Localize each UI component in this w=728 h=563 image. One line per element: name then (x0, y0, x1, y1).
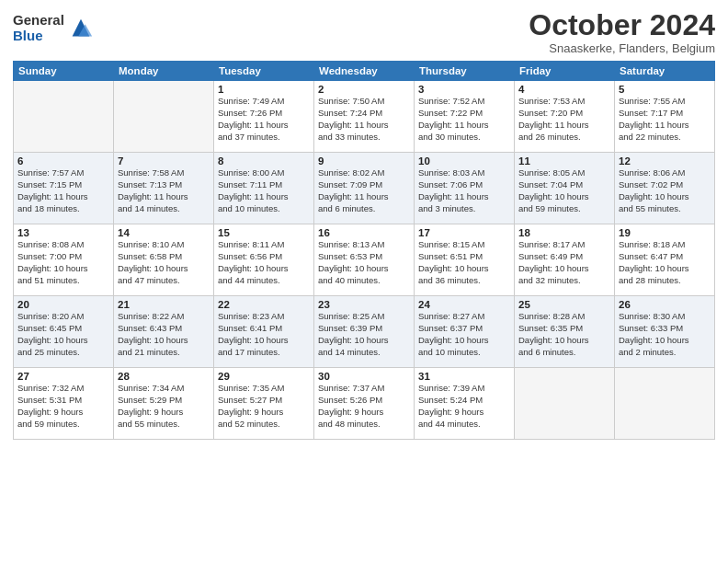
calendar-cell: 28Sunrise: 7:34 AM Sunset: 5:29 PM Dayli… (114, 368, 214, 440)
calendar-cell: 5Sunrise: 7:55 AM Sunset: 7:17 PM Daylig… (615, 81, 715, 153)
day-number: 9 (318, 155, 410, 167)
day-number: 27 (17, 371, 109, 382)
day-info: Sunrise: 8:30 AM Sunset: 6:33 PM Dayligh… (619, 311, 711, 358)
day-info: Sunrise: 8:02 AM Sunset: 7:09 PM Dayligh… (318, 167, 410, 214)
calendar-cell: 30Sunrise: 7:37 AM Sunset: 5:26 PM Dayli… (314, 368, 415, 440)
day-info: Sunrise: 8:13 AM Sunset: 6:53 PM Dayligh… (318, 239, 410, 286)
calendar-cell: 15Sunrise: 8:11 AM Sunset: 6:56 PM Dayli… (214, 224, 314, 296)
day-number: 31 (418, 371, 510, 382)
calendar-cell: 4Sunrise: 7:53 AM Sunset: 7:20 PM Daylig… (515, 81, 615, 153)
calendar-cell: 6Sunrise: 7:57 AM Sunset: 7:15 PM Daylig… (14, 153, 114, 224)
calendar-cell: 3Sunrise: 7:52 AM Sunset: 7:22 PM Daylig… (415, 81, 515, 153)
header-row: SundayMondayTuesdayWednesdayThursdayFrid… (14, 62, 715, 81)
day-info: Sunrise: 8:18 AM Sunset: 6:47 PM Dayligh… (619, 239, 711, 286)
calendar-cell: 16Sunrise: 8:13 AM Sunset: 6:53 PM Dayli… (314, 224, 415, 296)
day-number: 2 (318, 84, 410, 95)
calendar-cell: 27Sunrise: 7:32 AM Sunset: 5:31 PM Dayli… (14, 368, 114, 440)
col-header-monday: Monday (114, 62, 214, 81)
day-number: 29 (218, 371, 310, 382)
calendar-cell: 10Sunrise: 8:03 AM Sunset: 7:06 PM Dayli… (415, 153, 515, 224)
day-info: Sunrise: 8:08 AM Sunset: 7:00 PM Dayligh… (17, 239, 109, 286)
day-number: 28 (118, 371, 210, 382)
day-number: 21 (118, 299, 210, 310)
day-number: 4 (518, 84, 610, 95)
day-info: Sunrise: 8:17 AM Sunset: 6:49 PM Dayligh… (518, 239, 610, 286)
calendar-cell: 25Sunrise: 8:28 AM Sunset: 6:35 PM Dayli… (515, 296, 615, 368)
calendar-page: General Blue October 2024 Snaaskerke, Fl… (0, 0, 728, 563)
day-info: Sunrise: 7:35 AM Sunset: 5:27 PM Dayligh… (218, 383, 310, 430)
day-info: Sunrise: 7:57 AM Sunset: 7:15 PM Dayligh… (17, 167, 109, 214)
day-info: Sunrise: 7:52 AM Sunset: 7:22 PM Dayligh… (418, 96, 510, 143)
week-row-2: 6Sunrise: 7:57 AM Sunset: 7:15 PM Daylig… (14, 153, 715, 224)
calendar-cell: 26Sunrise: 8:30 AM Sunset: 6:33 PM Dayli… (615, 296, 715, 368)
calendar-cell (14, 81, 114, 153)
day-info: Sunrise: 8:28 AM Sunset: 6:35 PM Dayligh… (518, 311, 610, 358)
calendar-cell: 2Sunrise: 7:50 AM Sunset: 7:24 PM Daylig… (314, 81, 415, 153)
day-info: Sunrise: 8:15 AM Sunset: 6:51 PM Dayligh… (418, 239, 510, 286)
calendar-cell: 17Sunrise: 8:15 AM Sunset: 6:51 PM Dayli… (415, 224, 515, 296)
week-row-1: 1Sunrise: 7:49 AM Sunset: 7:26 PM Daylig… (14, 81, 715, 153)
day-info: Sunrise: 8:03 AM Sunset: 7:06 PM Dayligh… (418, 167, 510, 214)
day-number: 18 (518, 227, 610, 238)
logo-blue-text: Blue (13, 29, 64, 44)
day-number: 25 (518, 299, 610, 310)
day-number: 13 (17, 227, 109, 238)
day-number: 3 (418, 84, 510, 95)
calendar-cell (515, 368, 615, 440)
day-info: Sunrise: 8:25 AM Sunset: 6:39 PM Dayligh… (318, 311, 410, 358)
day-number: 14 (118, 227, 210, 238)
calendar-cell: 12Sunrise: 8:06 AM Sunset: 7:02 PM Dayli… (615, 153, 715, 224)
day-info: Sunrise: 7:55 AM Sunset: 7:17 PM Dayligh… (619, 96, 711, 143)
day-info: Sunrise: 8:10 AM Sunset: 6:58 PM Dayligh… (118, 239, 210, 286)
calendar-cell: 23Sunrise: 8:25 AM Sunset: 6:39 PM Dayli… (314, 296, 415, 368)
calendar-cell: 24Sunrise: 8:27 AM Sunset: 6:37 PM Dayli… (415, 296, 515, 368)
day-number: 19 (619, 227, 711, 238)
logo-general-text: General (13, 13, 64, 29)
calendar-cell: 19Sunrise: 8:18 AM Sunset: 6:47 PM Dayli… (615, 224, 715, 296)
day-info: Sunrise: 7:53 AM Sunset: 7:20 PM Dayligh… (518, 96, 610, 143)
day-info: Sunrise: 8:27 AM Sunset: 6:37 PM Dayligh… (418, 311, 510, 358)
day-number: 6 (17, 155, 109, 167)
week-row-4: 20Sunrise: 8:20 AM Sunset: 6:45 PM Dayli… (14, 296, 715, 368)
calendar-cell: 11Sunrise: 8:05 AM Sunset: 7:04 PM Dayli… (515, 153, 615, 224)
col-header-wednesday: Wednesday (314, 62, 415, 81)
day-info: Sunrise: 8:22 AM Sunset: 6:43 PM Dayligh… (118, 311, 210, 358)
day-number: 8 (218, 155, 310, 167)
day-info: Sunrise: 7:58 AM Sunset: 7:13 PM Dayligh… (118, 167, 210, 214)
calendar-cell: 7Sunrise: 7:58 AM Sunset: 7:13 PM Daylig… (114, 153, 214, 224)
calendar-cell: 8Sunrise: 8:00 AM Sunset: 7:11 PM Daylig… (214, 153, 314, 224)
title-area: October 2024 Snaaskerke, Flanders, Belgi… (529, 9, 715, 55)
day-number: 15 (218, 227, 310, 238)
day-info: Sunrise: 7:32 AM Sunset: 5:31 PM Dayligh… (17, 383, 109, 430)
calendar-cell (615, 368, 715, 440)
day-number: 17 (418, 227, 510, 238)
logo-icon (68, 16, 94, 41)
day-number: 11 (518, 155, 610, 167)
day-number: 1 (218, 84, 310, 95)
month-title: October 2024 (529, 9, 715, 41)
calendar-cell: 9Sunrise: 8:02 AM Sunset: 7:09 PM Daylig… (314, 153, 415, 224)
day-info: Sunrise: 8:06 AM Sunset: 7:02 PM Dayligh… (619, 167, 711, 214)
location-subtitle: Snaaskerke, Flanders, Belgium (529, 41, 715, 55)
day-number: 5 (619, 84, 711, 95)
day-number: 7 (118, 155, 210, 167)
week-row-3: 13Sunrise: 8:08 AM Sunset: 7:00 PM Dayli… (14, 224, 715, 296)
day-number: 16 (318, 227, 410, 238)
calendar-cell: 22Sunrise: 8:23 AM Sunset: 6:41 PM Dayli… (214, 296, 314, 368)
col-header-tuesday: Tuesday (214, 62, 314, 81)
day-info: Sunrise: 8:20 AM Sunset: 6:45 PM Dayligh… (17, 311, 109, 358)
day-info: Sunrise: 7:34 AM Sunset: 5:29 PM Dayligh… (118, 383, 210, 430)
day-number: 30 (318, 371, 410, 382)
week-row-5: 27Sunrise: 7:32 AM Sunset: 5:31 PM Dayli… (14, 368, 715, 440)
col-header-thursday: Thursday (415, 62, 515, 81)
calendar-cell: 18Sunrise: 8:17 AM Sunset: 6:49 PM Dayli… (515, 224, 615, 296)
col-header-sunday: Sunday (14, 62, 114, 81)
col-header-saturday: Saturday (615, 62, 715, 81)
day-number: 24 (418, 299, 510, 310)
calendar-cell: 21Sunrise: 8:22 AM Sunset: 6:43 PM Dayli… (114, 296, 214, 368)
day-info: Sunrise: 8:11 AM Sunset: 6:56 PM Dayligh… (218, 239, 310, 286)
day-info: Sunrise: 8:05 AM Sunset: 7:04 PM Dayligh… (518, 167, 610, 214)
day-info: Sunrise: 8:00 AM Sunset: 7:11 PM Dayligh… (218, 167, 310, 214)
calendar-cell: 29Sunrise: 7:35 AM Sunset: 5:27 PM Dayli… (214, 368, 314, 440)
calendar-cell (114, 81, 214, 153)
